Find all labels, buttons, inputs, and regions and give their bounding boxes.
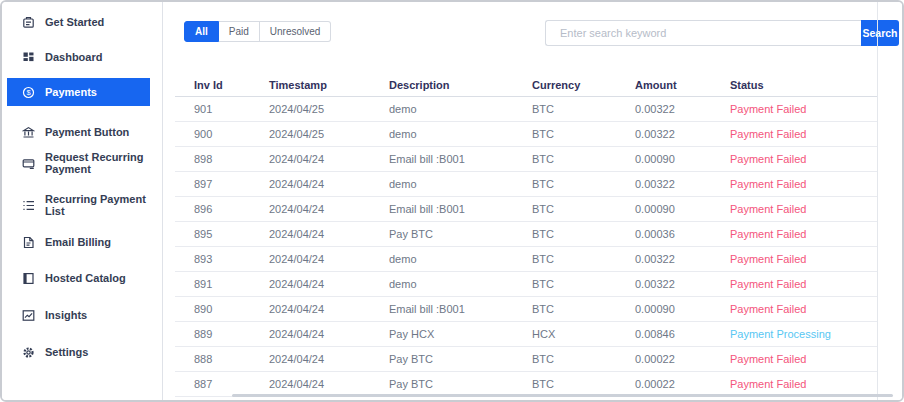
cell-inv-id: 887 xyxy=(175,372,250,396)
sidebar-item-request-recurring-payment[interactable]: Request Recurring Payment xyxy=(7,149,150,177)
cell-description: demo xyxy=(370,122,513,146)
sidebar-item-payment-button[interactable]: Payment Button xyxy=(7,118,150,146)
sidebar-item-label: Payments xyxy=(45,86,146,98)
cell-inv-id: 888 xyxy=(175,347,250,371)
sidebar-item-label: Email Billing xyxy=(45,236,146,248)
status-badge: Payment Failed xyxy=(711,172,877,196)
status-badge: Payment Failed xyxy=(711,247,877,271)
status-badge: Payment Failed xyxy=(711,147,877,171)
cell-timestamp: 2024/04/24 xyxy=(250,372,370,396)
cell-inv-id: 891 xyxy=(175,272,250,296)
sidebar-item-dashboard[interactable]: Dashboard xyxy=(7,43,150,71)
cell-currency: BTC xyxy=(513,347,616,371)
table-body: 9012024/04/25demoBTC0.00322Payment Faile… xyxy=(175,97,877,397)
sidebar-item-label: Get Started xyxy=(45,16,146,28)
table-row[interactable]: 8952024/04/24Pay BTCBTC0.00036Payment Fa… xyxy=(175,222,877,247)
cell-description: Pay BTC xyxy=(370,372,513,396)
main-content: AllPaidUnresolved Search Inv IdTimestamp… xyxy=(163,2,902,400)
cell-amount: 0.00090 xyxy=(616,197,711,221)
dashboard-icon xyxy=(22,51,35,64)
chart-icon xyxy=(22,309,35,322)
sidebar-item-settings[interactable]: Settings xyxy=(7,338,150,366)
sidebar-item-insights[interactable]: Insights xyxy=(7,301,150,329)
payments-dollar-icon: $ xyxy=(22,86,35,99)
cell-currency: BTC xyxy=(513,97,616,121)
cell-inv-id: 898 xyxy=(175,147,250,171)
table-header: Inv IdTimestampDescriptionCurrencyAmount… xyxy=(175,77,877,97)
search-button[interactable]: Search xyxy=(861,20,899,46)
table-row[interactable]: 9012024/04/25demoBTC0.00322Payment Faile… xyxy=(175,97,877,122)
cell-currency: BTC xyxy=(513,172,616,196)
cell-inv-id: 895 xyxy=(175,222,250,246)
sidebar-item-hosted-catalog[interactable]: Hosted Catalog xyxy=(7,264,150,292)
table-row[interactable]: 8972024/04/24demoBTC0.00322Payment Faile… xyxy=(175,172,877,197)
table-row[interactable]: 8892024/04/24Pay HCXHCX0.00846Payment Pr… xyxy=(175,322,877,347)
sidebar-item-label: Dashboard xyxy=(45,51,146,63)
cell-amount: 0.00322 xyxy=(616,172,711,196)
sidebar-item-get-started[interactable]: Get Started xyxy=(7,8,150,36)
sidebar: Get StartedDashboard$PaymentsPayment But… xyxy=(2,2,163,400)
column-header-timestamp: Timestamp xyxy=(250,77,370,96)
cell-amount: 0.00322 xyxy=(616,247,711,271)
column-header-inv-id: Inv Id xyxy=(175,77,250,96)
cell-amount: 0.00036 xyxy=(616,222,711,246)
cell-amount: 0.00090 xyxy=(616,297,711,321)
cell-timestamp: 2024/04/24 xyxy=(250,222,370,246)
table-row[interactable]: 8932024/04/24demoBTC0.00322Payment Faile… xyxy=(175,247,877,272)
list-icon xyxy=(22,199,35,212)
tab-unresolved[interactable]: Unresolved xyxy=(260,21,332,42)
cell-timestamp: 2024/04/24 xyxy=(250,172,370,196)
cell-currency: BTC xyxy=(513,372,616,396)
tab-all[interactable]: All xyxy=(184,21,219,42)
sidebar-item-label: Recurring Payment List xyxy=(45,193,146,217)
cell-description: Pay BTC xyxy=(370,347,513,371)
sidebar-item-email-billing[interactable]: Email Billing xyxy=(7,228,150,256)
cell-inv-id: 901 xyxy=(175,97,250,121)
cell-description: Email bill :B001 xyxy=(370,197,513,221)
sidebar-item-label: Payment Button xyxy=(45,126,146,138)
sidebar-item-recurring-payment-list[interactable]: Recurring Payment List xyxy=(7,191,150,219)
cell-currency: BTC xyxy=(513,297,616,321)
content-right-divider xyxy=(877,2,878,400)
cell-description: demo xyxy=(370,272,513,296)
status-badge: Payment Failed xyxy=(711,97,877,121)
clipboard-icon xyxy=(22,16,35,29)
table-row[interactable]: 8882024/04/24Pay BTCBTC0.00022Payment Fa… xyxy=(175,347,877,372)
horizontal-scrollbar-thumb[interactable] xyxy=(232,394,893,397)
table-row[interactable]: 9002024/04/25demoBTC0.00322Payment Faile… xyxy=(175,122,877,147)
cell-currency: HCX xyxy=(513,322,616,346)
column-header-currency: Currency xyxy=(513,77,616,96)
cell-inv-id: 900 xyxy=(175,122,250,146)
cell-currency: BTC xyxy=(513,247,616,271)
cell-currency: BTC xyxy=(513,147,616,171)
cell-timestamp: 2024/04/24 xyxy=(250,147,370,171)
status-badge: Payment Failed xyxy=(711,297,877,321)
search-input[interactable] xyxy=(545,20,861,46)
sidebar-item-payments[interactable]: $Payments xyxy=(7,78,150,106)
cell-timestamp: 2024/04/24 xyxy=(250,322,370,346)
column-header-status: Status xyxy=(711,77,877,96)
table-row[interactable]: 8912024/04/24demoBTC0.00322Payment Faile… xyxy=(175,272,877,297)
cell-timestamp: 2024/04/25 xyxy=(250,122,370,146)
cell-description: demo xyxy=(370,247,513,271)
cell-amount: 0.00090 xyxy=(616,147,711,171)
table-row[interactable]: 8982024/04/24Email bill :B001BTC0.00090P… xyxy=(175,147,877,172)
status-badge: Payment Failed xyxy=(711,222,877,246)
cell-amount: 0.00846 xyxy=(616,322,711,346)
cell-timestamp: 2024/04/24 xyxy=(250,272,370,296)
sidebar-item-label: Insights xyxy=(45,309,146,321)
status-badge: Payment Failed xyxy=(711,272,877,296)
sidebar-item-label: Settings xyxy=(45,346,146,358)
cell-amount: 0.00022 xyxy=(616,347,711,371)
cell-inv-id: 890 xyxy=(175,297,250,321)
cell-description: Pay HCX xyxy=(370,322,513,346)
table-row[interactable]: 8962024/04/24Email bill :B001BTC0.00090P… xyxy=(175,197,877,222)
tab-paid[interactable]: Paid xyxy=(219,21,260,42)
column-header-amount: Amount xyxy=(616,77,711,96)
svg-text:$: $ xyxy=(26,88,31,97)
cell-description: demo xyxy=(370,97,513,121)
cell-description: demo xyxy=(370,172,513,196)
gear-icon xyxy=(22,346,35,359)
cell-description: Email bill :B001 xyxy=(370,147,513,171)
table-row[interactable]: 8902024/04/24Email bill :B001BTC0.00090P… xyxy=(175,297,877,322)
